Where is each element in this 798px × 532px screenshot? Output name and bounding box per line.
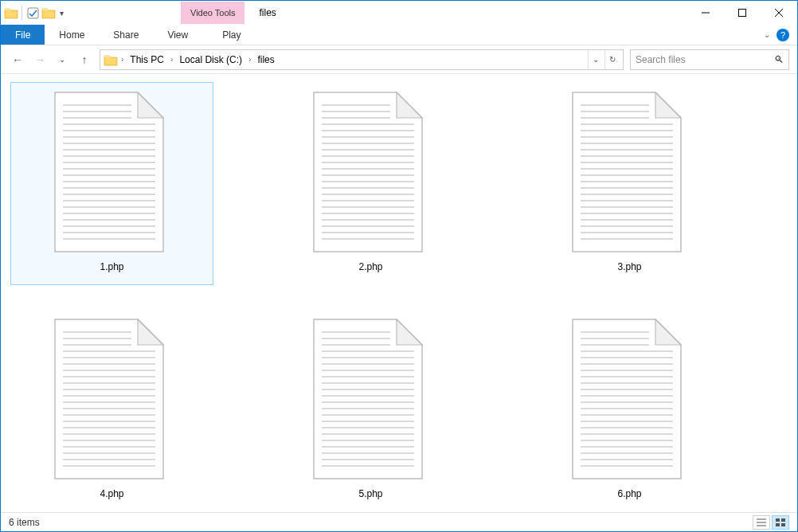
address-dropdown-icon[interactable]: ⌄ bbox=[588, 50, 603, 69]
context-tool-label: Video Tools bbox=[181, 2, 244, 24]
svg-rect-30 bbox=[776, 518, 780, 522]
title-bar: ▾ Video Tools files bbox=[1, 1, 797, 25]
qat-customize-icon[interactable]: ▾ bbox=[57, 9, 66, 18]
item-count: 6 items bbox=[9, 517, 40, 528]
tab-home[interactable]: Home bbox=[45, 25, 99, 45]
up-button[interactable]: ↑ bbox=[77, 53, 92, 66]
minimize-button[interactable] bbox=[687, 1, 724, 24]
refresh-button[interactable]: ↻ bbox=[604, 50, 620, 69]
window-title: files bbox=[244, 7, 276, 18]
maximize-button[interactable] bbox=[724, 1, 761, 24]
search-input[interactable] bbox=[636, 54, 774, 65]
large-icons-view-button[interactable] bbox=[772, 515, 789, 530]
folder-icon bbox=[4, 6, 18, 20]
nav-arrow-group: ← → ⌄ ↑ bbox=[9, 53, 93, 66]
back-button[interactable]: ← bbox=[10, 53, 25, 66]
help-icon[interactable]: ? bbox=[776, 29, 789, 41]
tab-share[interactable]: Share bbox=[99, 25, 153, 45]
text-file-icon bbox=[566, 316, 694, 483]
file-item[interactable]: 4.php bbox=[10, 309, 213, 512]
context-tool-group: Video Tools bbox=[181, 1, 244, 25]
file-grid[interactable]: 1.php2.php3.php4.php5.php6.php bbox=[1, 74, 797, 512]
address-bar[interactable]: › This PC › Local Disk (C:) › files ⌄ ↻ bbox=[100, 49, 624, 70]
status-bar: 6 items bbox=[1, 512, 797, 531]
recent-locations-icon[interactable]: ⌄ bbox=[55, 55, 69, 64]
file-label: 5.php bbox=[358, 488, 382, 499]
search-box[interactable]: 🔍︎ bbox=[630, 49, 789, 70]
file-item[interactable]: 5.php bbox=[269, 309, 472, 512]
forward-button: → bbox=[33, 53, 47, 66]
svg-rect-31 bbox=[781, 518, 785, 522]
qat-separator bbox=[22, 6, 22, 20]
breadcrumb-drive[interactable]: Local Disk (C:) bbox=[176, 54, 245, 65]
file-label: 1.php bbox=[100, 261, 123, 272]
file-label: 6.php bbox=[617, 488, 641, 499]
file-label: 4.php bbox=[100, 488, 123, 499]
svg-rect-32 bbox=[776, 523, 780, 526]
text-file-icon bbox=[307, 89, 435, 256]
window-controls bbox=[687, 1, 797, 25]
svg-rect-33 bbox=[781, 523, 785, 526]
chevron-right-icon[interactable]: › bbox=[119, 55, 125, 64]
chevron-right-icon[interactable]: › bbox=[169, 55, 174, 64]
navigation-row: ← → ⌄ ↑ › This PC › Local Disk (C:) › fi… bbox=[1, 45, 797, 74]
file-tab[interactable]: File bbox=[1, 25, 45, 45]
file-item[interactable]: 2.php bbox=[269, 82, 472, 285]
breadcrumb-this-pc[interactable]: This PC bbox=[127, 54, 167, 65]
ribbon-tabs: File Home Share View Play ⌄ ? bbox=[1, 25, 797, 45]
search-icon[interactable]: 🔍︎ bbox=[774, 54, 784, 65]
address-folder-icon bbox=[104, 53, 118, 67]
quick-access-toolbar: ▾ bbox=[1, 1, 69, 25]
file-label: 3.php bbox=[617, 261, 641, 272]
file-item[interactable]: 3.php bbox=[528, 82, 731, 285]
properties-icon[interactable] bbox=[25, 6, 40, 20]
new-folder-icon[interactable] bbox=[41, 6, 56, 20]
tab-play[interactable]: Play bbox=[208, 25, 255, 45]
text-file-icon bbox=[49, 316, 176, 483]
file-item[interactable]: 1.php bbox=[10, 82, 213, 285]
chevron-right-icon[interactable]: › bbox=[247, 55, 252, 64]
text-file-icon bbox=[566, 89, 694, 256]
tab-view[interactable]: View bbox=[153, 25, 202, 45]
svg-rect-24 bbox=[739, 9, 746, 16]
breadcrumb-folder[interactable]: files bbox=[254, 54, 277, 65]
text-file-icon bbox=[49, 89, 176, 256]
file-label: 2.php bbox=[358, 261, 382, 272]
details-view-button[interactable] bbox=[753, 515, 770, 530]
view-toggle bbox=[753, 515, 789, 530]
close-button[interactable] bbox=[761, 1, 797, 24]
file-item[interactable]: 6.php bbox=[528, 309, 731, 512]
text-file-icon bbox=[307, 316, 435, 483]
ribbon-expand-icon[interactable]: ⌄ bbox=[764, 30, 770, 39]
